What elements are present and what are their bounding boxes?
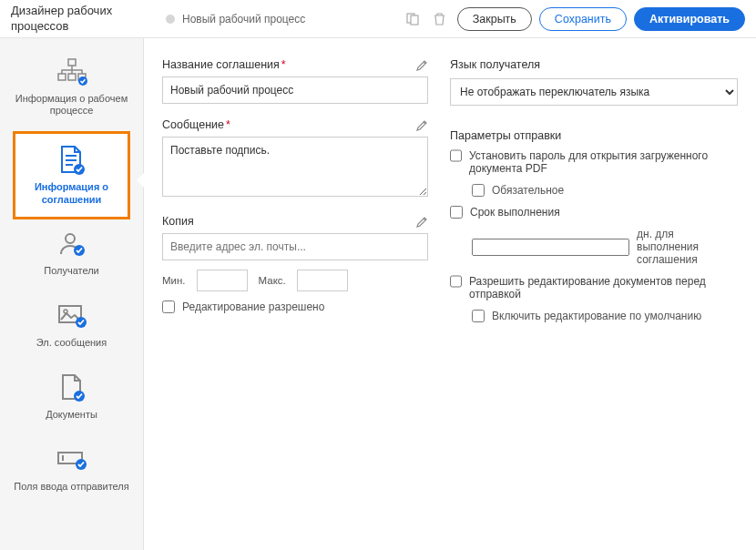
pencil-icon[interactable] [416,119,428,131]
svg-rect-2 [68,59,76,66]
svg-point-11 [66,234,75,243]
workflow-name-display: Новый рабочий процесс [144,13,403,25]
cc-label: Копия [162,215,194,228]
opt-allow-edit-row[interactable]: Разрешить редактирование документов пере… [450,275,738,300]
app-header: Дизайнер рабочих процессов Новый рабочий… [0,0,756,38]
opt-deadline-days-row: дн. для выполнения соглашения [472,228,738,266]
opt-deadline-suffix: дн. для выполнения соглашения [637,228,738,266]
min-label: Мин. [162,275,186,286]
opt-password-checkbox[interactable] [450,149,462,162]
max-label: Макс. [259,275,286,286]
sidebar-item-label: Эл. сообщения [36,337,107,349]
sidebar-item-label: Документы [46,409,97,421]
activate-button[interactable]: Активировать [634,7,745,31]
recipient-language-select[interactable]: Не отображать переключатель языка [450,78,738,106]
opt-deadline-checkbox[interactable] [450,206,463,219]
image-icon [57,300,87,331]
opt-required-row[interactable]: Обязательное [472,184,738,197]
opt-default-edit-row[interactable]: Включить редактирование по умолчанию [472,310,738,322]
svg-rect-3 [58,74,66,80]
person-icon [58,229,86,260]
opt-default-edit-label: Включить редактирование по умолчанию [492,310,701,322]
opt-allow-edit-checkbox[interactable] [450,275,462,288]
workflow-name: Новый рабочий процесс [182,13,305,25]
sidebar-item-label: Информация о рабочем процессе [13,93,130,117]
send-options-label: Параметры отправки [450,129,738,142]
sidebar-item-workflow-info[interactable]: Информация о рабочем процессе [7,47,136,126]
sidebar: Информация о рабочем процессе Информация… [0,38,144,550]
agreement-name-input[interactable] [162,76,428,104]
opt-default-edit-checkbox[interactable] [472,310,485,322]
sidebar-item-emails[interactable]: Эл. сообщения [7,291,136,358]
sidebar-item-label: Поля ввода отправителя [14,481,128,493]
message-label: Сообщение* [162,118,230,131]
sidebar-item-label: Получатели [44,265,99,277]
sidebar-item-label: Информация о соглашении [19,181,124,205]
sidebar-item-sender-fields[interactable]: Поля ввода отправителя [7,435,136,502]
close-button[interactable]: Закрыть [457,7,532,31]
message-textarea[interactable] [162,137,428,197]
page-icon [59,372,85,403]
sidebar-item-documents[interactable]: Документы [7,363,136,430]
opt-allow-edit-label: Разрешить редактирование документов пере… [469,275,738,300]
pencil-icon[interactable] [416,59,428,71]
save-button[interactable]: Сохранить [539,7,627,31]
cc-email-input[interactable] [162,233,428,260]
app-title: Дизайнер рабочих процессов [0,0,144,37]
opt-password-label: Установить пароль для открытия загруженн… [469,149,738,175]
sidebar-item-agreement-info[interactable]: Информация о соглашении [13,131,130,219]
svg-rect-4 [68,74,76,80]
opt-password-row[interactable]: Установить пароль для открытия загруженн… [450,149,738,175]
opt-deadline-label: Срок выполнения [470,206,560,219]
pencil-icon[interactable] [416,216,428,228]
opt-deadline-days-input[interactable] [472,239,629,256]
main-content: Название соглашения* Сообщение* [144,38,756,550]
duplicate-icon[interactable] [403,9,423,29]
svg-rect-1 [411,15,418,25]
sitemap-icon [56,56,88,87]
opt-required-checkbox[interactable] [472,184,485,197]
trash-icon[interactable] [430,9,450,29]
status-dot-icon [166,15,175,24]
editing-allowed-label: Редактирование разрешено [182,300,324,313]
min-input[interactable] [197,270,248,291]
opt-required-label: Обязательное [492,184,564,197]
editing-allowed-row[interactable]: Редактирование разрешено [162,300,428,313]
editing-allowed-checkbox[interactable] [162,300,175,313]
recipient-language-label: Язык получателя [450,58,738,71]
document-check-icon [58,145,86,176]
input-field-icon [56,444,87,475]
max-input[interactable] [297,270,348,291]
agreement-name-label: Название соглашения* [162,58,286,71]
sidebar-item-recipients[interactable]: Получатели [7,219,136,286]
svg-point-14 [64,310,67,313]
opt-deadline-row[interactable]: Срок выполнения [450,206,738,219]
